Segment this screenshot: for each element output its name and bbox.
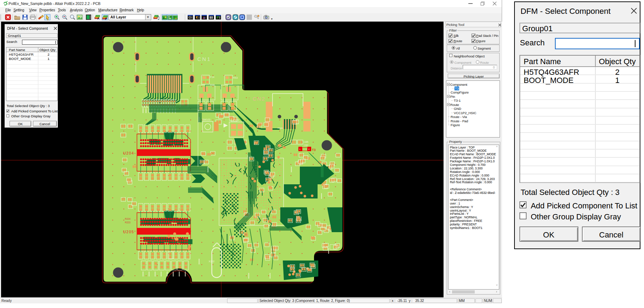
- svg-text:SW103: SW103: [202, 118, 210, 121]
- svg-text:CN2: CN2: [253, 96, 265, 102]
- svg-text:F14: F14: [210, 76, 214, 78]
- svg-text:T3: T3: [312, 148, 316, 152]
- svg-text:C82: C82: [304, 144, 308, 146]
- svg-text:CN1: CN1: [197, 56, 211, 62]
- svg-text:U204: U204: [123, 151, 134, 155]
- svg-text:R43: R43: [233, 77, 238, 79]
- svg-text:::: ::: [248, 96, 250, 100]
- svg-text:U205: U205: [123, 230, 134, 234]
- svg-text:A: A: [97, 17, 100, 20]
- svg-text:X102: X102: [209, 260, 214, 263]
- svg-text:C85: C85: [304, 141, 308, 143]
- svg-text:R223: R223: [125, 221, 131, 224]
- svg-text:P: P: [105, 17, 107, 21]
- svg-text:R98: R98: [210, 84, 215, 86]
- svg-text:R224: R224: [125, 218, 131, 220]
